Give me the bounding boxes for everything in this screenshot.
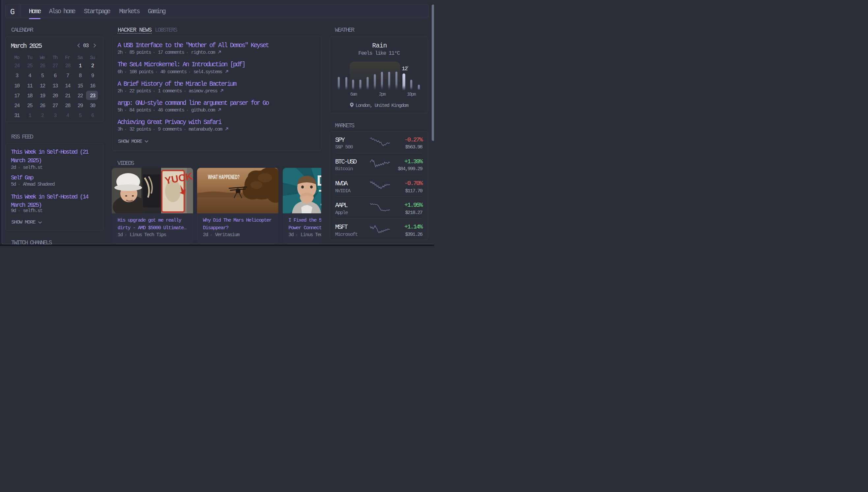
svg-text:WHAT HAPPENED?: WHAT HAPPENED? (208, 173, 240, 180)
svg-text:DO: DO (317, 172, 322, 189)
svg-text:T: T (321, 201, 322, 214)
